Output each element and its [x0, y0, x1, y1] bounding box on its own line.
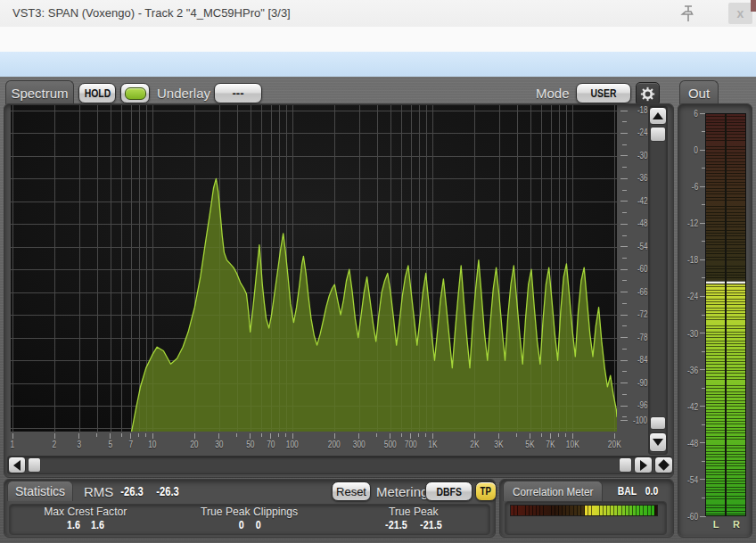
tp-label: TP: [481, 485, 491, 498]
metering-value: DBFS: [436, 485, 461, 498]
scroll-up-button[interactable]: [649, 107, 667, 125]
crest-label: Max Crest Factor: [44, 505, 127, 518]
horizontal-scrollbar-thumb-left[interactable]: [28, 457, 41, 473]
close-button[interactable]: x: [728, 3, 752, 24]
underlay-label: Underlay: [157, 86, 210, 101]
settings-button[interactable]: [636, 82, 660, 106]
vertical-scrollbar-thumb-top[interactable]: [650, 127, 666, 142]
metering-mode-button[interactable]: DBFS: [425, 481, 472, 501]
mode-selector-button[interactable]: USER: [576, 83, 631, 103]
green-led-icon: [125, 87, 146, 100]
max-crest-factor-group: Max Crest Factor 1.6 1.6: [27, 505, 144, 531]
horizontal-scrollbar-track[interactable]: [7, 456, 672, 474]
metering-label: Metering: [376, 484, 428, 499]
bal-label: BAL: [618, 484, 637, 498]
spectrum-plot[interactable]: [11, 105, 617, 432]
tab-statistics[interactable]: Statistics: [7, 481, 73, 501]
rms-left-value: -26.3: [120, 484, 144, 498]
scroll-left-button[interactable]: [8, 457, 26, 473]
plugin-toolbar: ? Presets A B A▶B Routing STEREO SOLO Co…: [0, 52, 756, 77]
fit-view-button[interactable]: [654, 457, 673, 473]
vertical-scrollbar-track[interactable]: [648, 105, 668, 455]
clippings-label: True Peak Clippings: [201, 505, 299, 518]
out-level-meter[interactable]: [705, 113, 746, 516]
correlation-segment-grid: [511, 506, 657, 515]
diamond-icon: [658, 459, 670, 471]
out-channel-left-label: L: [707, 519, 725, 530]
true-peak-group: True Peak -21.5 -21.5: [355, 505, 472, 531]
triangle-right-icon: [640, 460, 647, 471]
triangle-up-icon: [653, 112, 663, 119]
correlation-meter-bar: [510, 505, 658, 516]
out-tab-label: Out: [688, 86, 710, 101]
pin-icon[interactable]: [680, 4, 696, 23]
mode-label: Mode: [536, 86, 570, 101]
correlation-tab-label: Correlation Meter: [513, 485, 593, 498]
true-peak-clippings-group: True Peak Clippings 0 0: [189, 505, 310, 531]
rms-right-value: -26.3: [156, 484, 179, 498]
rms-label: RMS: [84, 484, 113, 499]
out-meter-channel-divider: [725, 114, 727, 515]
horizontal-scrollbar-thumb-right[interactable]: [619, 457, 632, 473]
underlay-selector-button[interactable]: ---: [214, 83, 262, 103]
hold-label: HOLD: [84, 86, 110, 100]
spectrum-enable-led-button[interactable]: [120, 83, 150, 103]
tab-spectrum[interactable]: Spectrum: [5, 80, 74, 104]
scroll-down-button[interactable]: [649, 432, 667, 452]
underlay-value: ---: [233, 86, 244, 100]
tab-out[interactable]: Out: [679, 80, 719, 104]
statistics-tab-label: Statistics: [15, 484, 65, 498]
mode-value: USER: [591, 86, 617, 100]
vertical-scrollbar-thumb-bottom[interactable]: [650, 416, 666, 430]
spectrum-tab-label: Spectrum: [11, 86, 68, 101]
hold-button[interactable]: HOLD: [78, 83, 116, 103]
out-channel-right-label: R: [727, 519, 745, 530]
window-title: VST3: SPAN (Voxengo) - Track 2 "4_MC59HP…: [12, 0, 291, 27]
crest-right-value: 1.6: [91, 518, 104, 531]
triangle-left-icon: [13, 460, 21, 471]
scroll-right-button[interactable]: [634, 457, 653, 473]
true-peak-label: True Peak: [389, 505, 439, 518]
true-peak-left-value: -21.5: [386, 518, 408, 531]
bal-value: 0.0: [645, 484, 658, 498]
background-window-fragment: [751, 0, 756, 12]
reset-label: Reset: [336, 485, 366, 498]
clippings-right-value: 0: [255, 518, 260, 531]
gear-icon: [640, 86, 655, 102]
true-peak-right-value: -21.5: [420, 518, 442, 531]
window-titlebar[interactable]: VST3: SPAN (Voxengo) - Track 2 "4_MC59HP…: [0, 0, 756, 28]
clippings-left-value: 0: [239, 518, 244, 531]
span-plugin-window: VST3: SPAN (Voxengo) - Track 2 "4_MC59HP…: [0, 0, 756, 543]
true-peak-toggle-button[interactable]: TP: [475, 481, 497, 501]
crest-left-value: 1.6: [67, 518, 80, 531]
reset-button[interactable]: Reset: [332, 481, 371, 501]
host-preset-row: Default + Param 2 in+out UI ✓: [0, 27, 756, 52]
close-icon: x: [737, 6, 744, 21]
triangle-down-icon: [653, 439, 663, 446]
tab-correlation-meter[interactable]: Correlation Meter: [503, 481, 603, 501]
